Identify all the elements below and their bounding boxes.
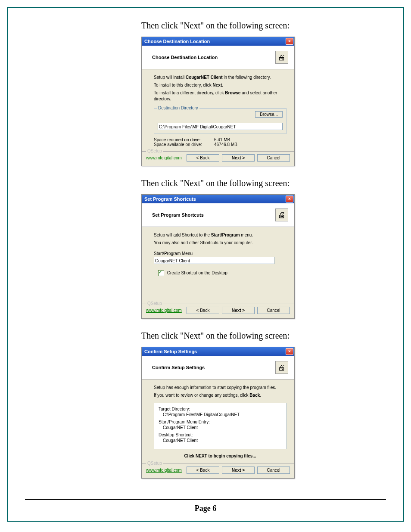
caption-2: Then click "Next" on the following scree…: [25, 178, 386, 188]
install-line-1: Setup will install CougarNET Client in t…: [154, 75, 286, 81]
next-button[interactable]: Next >: [222, 467, 255, 474]
qsetup-label: QSetup: [146, 149, 163, 153]
caption-1: Then click "Next" on the following scree…: [25, 21, 386, 31]
dialog-confirm: Confirm Setup Settings × Confirm Setup S…: [141, 347, 295, 479]
browse-button[interactable]: Browse...: [255, 111, 283, 118]
path-input[interactable]: C:\Program Files\MF Digital\CougarNET: [158, 123, 283, 130]
cancel-button[interactable]: Cancel: [257, 307, 290, 314]
header-title: Choose Destination Location: [148, 55, 218, 60]
dialog-header: Set Program Shortcuts 🖨: [142, 203, 294, 227]
dialog-header: Confirm Setup Settings 🖨: [142, 356, 294, 380]
menu-input[interactable]: CougarNET Client: [154, 257, 274, 264]
cancel-button[interactable]: Cancel: [257, 467, 290, 474]
shortcut-line-1: Setup will add Shortcut to the Start/Pro…: [154, 232, 286, 238]
titlebar: Choose Destination Location ×: [142, 37, 294, 46]
installer-icon: 🖨: [275, 361, 288, 374]
close-icon[interactable]: ×: [286, 38, 293, 45]
dialog-header: Choose Destination Location 🖨: [142, 46, 294, 69]
next-button[interactable]: Next >: [222, 154, 255, 162]
confirm-line-1: Setup has enough information to start co…: [154, 385, 286, 391]
target-value: C:\Program Files\MF Digital\CougarNET: [159, 412, 282, 417]
target-label: Target Directory:: [159, 407, 282, 411]
back-button[interactable]: < Back: [187, 154, 219, 162]
cancel-button[interactable]: Cancel: [257, 154, 290, 162]
header-title: Set Program Shortcuts: [148, 212, 204, 218]
website-link[interactable]: www.mfdigital.com: [146, 156, 182, 160]
website-link[interactable]: www.mfdigital.com: [146, 468, 182, 473]
desktop-shortcut-checkbox[interactable]: [158, 270, 164, 276]
website-link[interactable]: www.mfdigital.com: [146, 308, 182, 313]
install-line-3: To install to a different directory, cli…: [154, 90, 286, 102]
footer-divider: [25, 499, 386, 500]
qsetup-label: QSetup: [146, 461, 163, 466]
space-required-value: 6.41 MB: [214, 137, 230, 142]
page-number: Page 6: [25, 504, 386, 513]
space-required-label: Space required on drive:: [154, 137, 214, 142]
titlebar: Confirm Setup Settings ×: [142, 347, 294, 356]
desktop-shortcut-label: Create Shortcut on the Desktop: [167, 271, 227, 275]
menu-entry-value: CougarNET Client: [159, 425, 282, 430]
next-button[interactable]: Next >: [222, 307, 255, 314]
summary-box: Target Directory: C:\Program Files\MF Di…: [154, 403, 286, 449]
installer-icon: 🖨: [275, 51, 288, 64]
click-next-message: Click NEXT to begin copying files...: [154, 454, 286, 458]
destination-legend: Destination Directory: [157, 106, 199, 110]
dialog-title: Choose Destination Location: [144, 39, 210, 44]
menu-entry-label: Start/Program Menu Entry:: [159, 420, 282, 424]
confirm-line-2: If you want to review or change any sett…: [154, 392, 286, 398]
dialog-title: Confirm Setup Settings: [144, 349, 197, 354]
qsetup-label: QSetup: [146, 301, 163, 306]
space-available-label: Space available on drive:: [154, 142, 214, 147]
back-button[interactable]: < Back: [187, 307, 219, 314]
space-available-value: 46746.8 MB: [214, 142, 237, 147]
dialog-title: Set Program Shortcuts: [144, 196, 196, 202]
close-icon[interactable]: ×: [286, 196, 293, 202]
back-button[interactable]: < Back: [187, 467, 219, 474]
menu-label: Start/Program Menu: [154, 251, 286, 256]
header-title: Confirm Setup Settings: [148, 365, 205, 370]
caption-3: Then click "Next" on the following scree…: [25, 331, 386, 341]
shortcut-line-2: You may also add other Shortcuts to your…: [154, 240, 286, 246]
titlebar: Set Program Shortcuts ×: [142, 195, 294, 203]
dialog-destination: Choose Destination Location × Choose Des…: [141, 37, 295, 166]
dialog-shortcuts: Set Program Shortcuts × Set Program Shor…: [141, 194, 295, 319]
close-icon[interactable]: ×: [286, 348, 293, 355]
desktop-shortcut-value: CougarNET Client: [159, 438, 282, 443]
desktop-shortcut-label: Desktop Shortcut:: [159, 432, 282, 437]
destination-fieldset: Destination Directory Browse... C:\Progr…: [154, 108, 286, 134]
installer-icon: 🖨: [275, 208, 288, 221]
install-line-2: To install to this directory, click Next…: [154, 82, 286, 88]
